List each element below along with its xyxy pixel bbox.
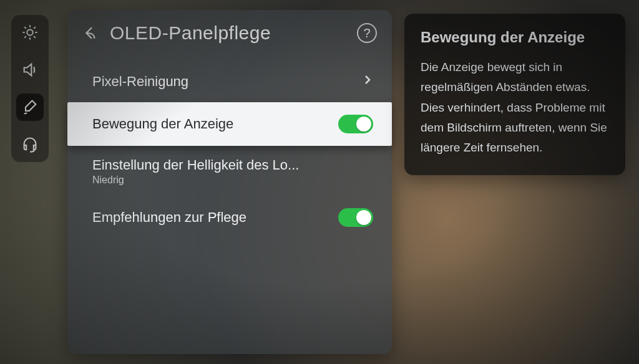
rail-general[interactable] [16,93,44,121]
help-button[interactable]: ? [357,23,377,43]
svg-line-8 [34,27,35,28]
info-card: Bewegung der Anzeige Die Anzeige bewegt … [404,14,625,175]
svg-line-6 [34,36,35,37]
svg-line-5 [24,27,26,28]
settings-panel: OLED-Panelpflege ? Pixel-Reinigung Beweg… [67,10,392,354]
rail-picture[interactable] [16,19,44,46]
row-care-recommendations[interactable]: Empfehlungen zur Pflege [67,197,392,238]
settings-list: Pixel-Reinigung Bewegung der Anzeige Ein… [67,61,392,238]
row-sublabel: Niedrig [92,175,299,186]
panel-title: OLED-Panelpflege [110,22,348,44]
svg-line-7 [24,36,26,37]
row-pixel-cleaning[interactable]: Pixel-Reinigung [67,61,392,102]
row-screen-move[interactable]: Bewegung der Anzeige [67,102,392,146]
rail-sound[interactable] [16,56,44,84]
settings-category-rail [11,15,49,162]
info-body: Die Anzeige bewegt sich in regelmäßigen … [421,57,609,158]
toggle-care-recommendations[interactable] [338,208,373,227]
row-label: Pixel-Reinigung [92,74,188,90]
row-label: Einstellung der Helligkeit des Lo... [92,157,299,173]
back-button[interactable] [82,24,101,42]
panel-header: OLED-Panelpflege ? [67,10,392,61]
row-logo-brightness[interactable]: Einstellung der Helligkeit des Lo... Nie… [67,146,392,197]
info-title: Bewegung der Anzeige [421,29,609,46]
chevron-right-icon [363,72,373,91]
toggle-screen-move[interactable] [338,115,373,133]
row-label: Bewegung der Anzeige [92,116,233,132]
rail-support[interactable] [16,131,44,158]
svg-point-0 [27,29,32,35]
row-label: Empfehlungen zur Pflege [92,209,246,226]
